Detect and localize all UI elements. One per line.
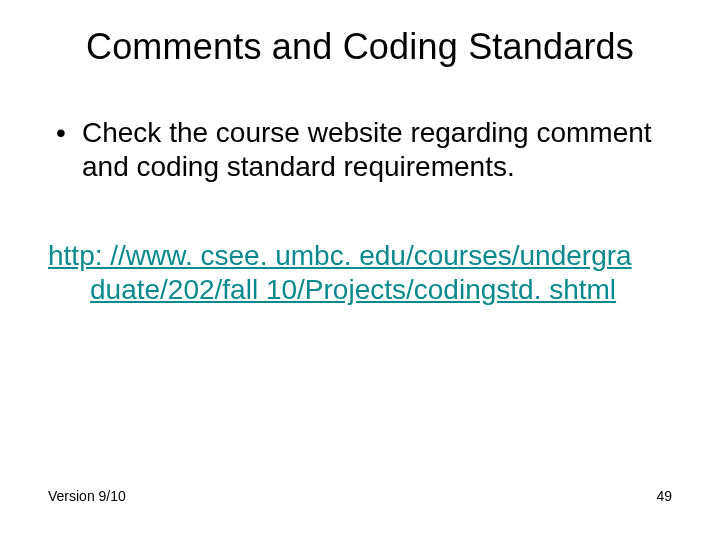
slide: Comments and Coding Standards Check the … xyxy=(0,0,720,540)
link-line-1: http: //www. csee. umbc. edu/courses/und… xyxy=(48,240,632,271)
footer: Version 9/10 49 xyxy=(48,488,672,504)
page-number: 49 xyxy=(656,488,672,504)
bullet-item: Check the course website regarding comme… xyxy=(48,116,672,183)
slide-title: Comments and Coding Standards xyxy=(48,26,672,68)
link-line-2: duate/202/fall 10/Projects/codingstd. sh… xyxy=(48,273,672,307)
version-label: Version 9/10 xyxy=(48,488,126,504)
bullet-text: Check the course website regarding comme… xyxy=(82,117,652,182)
bullet-list: Check the course website regarding comme… xyxy=(48,116,672,183)
link[interactable]: http: //www. csee. umbc. edu/courses/und… xyxy=(48,239,672,306)
